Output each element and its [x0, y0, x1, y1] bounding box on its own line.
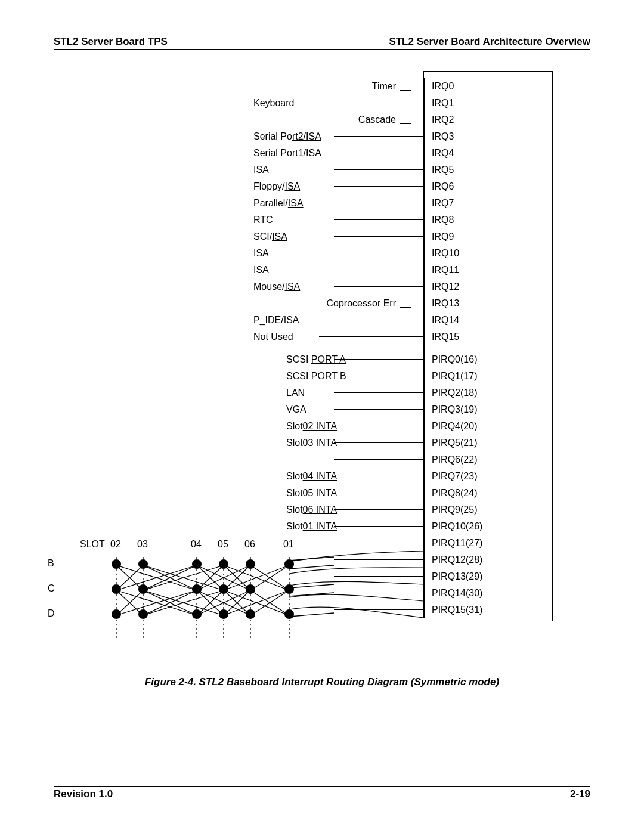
- slot-col-02: 02: [110, 539, 121, 550]
- irq-label: PIRQ0(16): [423, 354, 477, 365]
- device-label: Not Used: [253, 332, 408, 342]
- irq-label: PIRQ4(20): [423, 421, 477, 432]
- slot-node: [192, 584, 202, 594]
- page: STL2 Server Board TPS STL2 Server Board …: [0, 0, 644, 833]
- slot-node: [112, 559, 121, 569]
- slot-row-D: D: [54, 603, 364, 628]
- footer-right: 2-19: [570, 788, 590, 800]
- irq-box: TimerIRQ0KeyboardIRQ1CascadeIRQ2Serial P…: [423, 71, 553, 621]
- device-label: Slot05 INTA: [286, 488, 417, 498]
- slot-node: [192, 559, 202, 569]
- irq-row: SCI/ISAIRQ9: [423, 228, 552, 245]
- device-label: Keyboard: [253, 98, 408, 109]
- irq-label: IRQ7: [423, 198, 454, 209]
- device-label: SCSI PORT A: [286, 354, 417, 365]
- irq-row: VGAPIRQ3(19): [423, 401, 552, 418]
- irq-label: PIRQ3(19): [423, 404, 477, 415]
- device-label: SCSI PORT B: [286, 371, 417, 382]
- irq-label: IRQ5: [423, 165, 454, 175]
- irq-row: Serial Port2/ISAIRQ3: [423, 128, 552, 145]
- device-label: Parallel/ISA: [253, 198, 408, 209]
- device-label: Slot01 INTA: [286, 521, 417, 532]
- slot-col-03: 03: [137, 539, 148, 550]
- irq-label: PIRQ8(24): [423, 488, 477, 498]
- irq-row: PIRQ6(22): [423, 451, 552, 468]
- irq-row: P_IDE/ISAIRQ14: [423, 312, 552, 329]
- irq-row: ISAIRQ5: [423, 162, 552, 178]
- irq-row: PIRQ12(28): [423, 552, 552, 568]
- slot-node: [284, 609, 294, 619]
- device-label: ISA: [253, 248, 408, 259]
- page-header: STL2 Server Board TPS STL2 Server Board …: [54, 36, 590, 50]
- slot-row-label: B: [48, 558, 72, 569]
- irq-row: Slot05 INTAPIRQ8(24): [423, 485, 552, 501]
- irq-label: IRQ13: [423, 298, 459, 309]
- irq-label: PIRQ1(17): [423, 371, 477, 382]
- page-footer: Revision 1.0 2-19: [54, 786, 590, 800]
- device-label: Coprocessor Err: [256, 298, 411, 309]
- slot-node: [112, 584, 121, 594]
- slot-matrix: SLOT020304050601BCD: [54, 539, 364, 628]
- irq-label: IRQ8: [423, 215, 454, 225]
- irq-label: PIRQ10(26): [423, 521, 482, 532]
- slot-col-01: 01: [283, 539, 294, 550]
- irq-row: TimerIRQ0: [423, 78, 552, 95]
- irq-label: IRQ15: [423, 332, 459, 342]
- irq-row: CascadeIRQ2: [423, 112, 552, 128]
- irq-row: Mouse/ISAIRQ12: [423, 278, 552, 295]
- header-right: STL2 Server Board Architecture Overview: [389, 36, 590, 48]
- device-label: Serial Port1/ISA: [253, 148, 408, 159]
- device-label: Slot04 INTA: [286, 471, 417, 482]
- device-label: RTC: [253, 215, 408, 225]
- header-left: STL2 Server Board TPS: [54, 36, 168, 48]
- irq-row: PIRQ14(30): [423, 585, 552, 602]
- slot-row-label: C: [48, 583, 72, 594]
- device-label: Slot03 INTA: [286, 438, 417, 448]
- irq-row: Serial Port1/ISAIRQ4: [423, 145, 552, 162]
- irq-row: SCSI PORT APIRQ0(16): [423, 351, 552, 368]
- slot-col-04: 04: [191, 539, 202, 550]
- slot-node: [192, 609, 202, 619]
- irq-row: PIRQ11(27): [423, 535, 552, 552]
- irq-row: Parallel/ISAIRQ7: [423, 195, 552, 212]
- irq-row: Slot06 INTAPIRQ9(25): [423, 501, 552, 518]
- irq-row: ISAIRQ10: [423, 245, 552, 262]
- irq-row: Slot03 INTAPIRQ5(21): [423, 435, 552, 451]
- device-label: Timer: [256, 81, 411, 92]
- slot-node: [219, 559, 228, 569]
- irq-label: IRQ14: [423, 315, 459, 326]
- irq-label: IRQ9: [423, 231, 454, 242]
- irq-label: IRQ1: [423, 98, 454, 109]
- interrupt-diagram: TimerIRQ0KeyboardIRQ1CascadeIRQ2Serial P…: [54, 68, 590, 658]
- irq-label: PIRQ9(25): [423, 504, 477, 515]
- irq-row: LANPIRQ2(18): [423, 385, 552, 401]
- slot-row-label: D: [48, 608, 72, 619]
- irq-row: KeyboardIRQ1: [423, 95, 552, 112]
- slot-row-B: B: [54, 553, 364, 578]
- device-label: Floppy/ISA: [253, 181, 408, 192]
- irq-label: IRQ4: [423, 148, 454, 159]
- device-label: ISA: [253, 165, 408, 175]
- irq-row: Slot02 INTAPIRQ4(20): [423, 418, 552, 435]
- irq-row: ISAIRQ11: [423, 262, 552, 278]
- slot-col-06: 06: [244, 539, 255, 550]
- irq-label: IRQ0: [423, 81, 454, 92]
- irq-label: IRQ3: [423, 131, 454, 142]
- irq-row: Floppy/ISAIRQ6: [423, 178, 552, 195]
- slot-col-05: 05: [218, 539, 228, 550]
- irq-row: SCSI PORT BPIRQ1(17): [423, 368, 552, 385]
- slot-node: [246, 559, 255, 569]
- irq-label: IRQ2: [423, 114, 454, 125]
- device-label: Slot06 INTA: [286, 504, 417, 515]
- device-label: P_IDE/ISA: [253, 315, 408, 326]
- device-label: Cascade: [256, 114, 411, 125]
- slot-node: [138, 559, 148, 569]
- irq-row: Slot01 INTAPIRQ10(26): [423, 518, 552, 535]
- device-label: Slot02 INTA: [286, 421, 417, 432]
- irq-row: Slot04 INTAPIRQ7(23): [423, 468, 552, 485]
- slot-node: [219, 609, 228, 619]
- irq-label: PIRQ7(23): [423, 471, 477, 482]
- irq-row: Coprocessor ErrIRQ13: [423, 295, 552, 312]
- footer-left: Revision 1.0: [54, 788, 113, 800]
- slot-node: [246, 584, 255, 594]
